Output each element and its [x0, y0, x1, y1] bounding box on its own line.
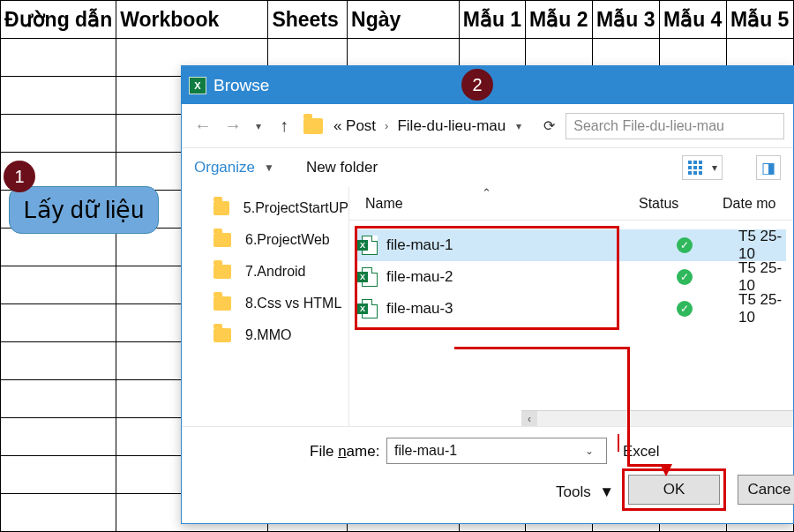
header-mau1[interactable]: Mẫu 1 [459, 1, 525, 39]
browse-dialog: X Browse ← → ▾ ↑ « Post › File-du-lieu-m… [181, 65, 794, 524]
step-badge-2: 2 [461, 69, 493, 101]
arrow-head-icon [660, 464, 672, 476]
header-mau2[interactable]: Mẫu 2 [526, 1, 593, 39]
get-data-callout[interactable]: Lấy dữ liệu [9, 186, 159, 234]
view-mode-button[interactable]: ▾ [682, 155, 723, 180]
back-button[interactable]: ← [191, 114, 215, 139]
annotation-arrow [627, 347, 630, 465]
file-list[interactable]: file-mau-1 ✓ T5 25-10 file-mau-2 ✓ T5 25… [349, 221, 793, 333]
chevron-down-icon: ▾ [712, 161, 717, 174]
folder-icon [303, 118, 323, 134]
get-data-label: Lấy dữ liệu [24, 196, 145, 224]
new-folder-button[interactable]: New folder [306, 159, 378, 176]
main-pane: 5.ProjectStartUP 6.ProjectWeb 7.Android … [182, 187, 793, 426]
filename-label: File name: [310, 443, 379, 461]
sync-status: ✓ [642, 237, 726, 253]
file-date: T5 25-10 [726, 228, 786, 263]
forward-button: → [221, 114, 245, 139]
organize-menu[interactable]: Organize ▼ [194, 159, 280, 176]
folder-icon [213, 328, 231, 342]
up-button[interactable]: ↑ [272, 114, 296, 139]
file-name: file-mau-2 [386, 268, 642, 286]
preview-pane-button[interactable]: ◨ [756, 155, 781, 180]
filename-input[interactable]: file-mau-1 ⌄ [386, 438, 607, 464]
tree-label: 5.ProjectStartUP [243, 200, 348, 216]
tree-label: 7.Android [245, 264, 306, 280]
header-sheets[interactable]: Sheets [268, 1, 348, 39]
file-row[interactable]: file-mau-2 ✓ T5 25-10 [356, 261, 786, 293]
ok-label: OK [663, 481, 685, 498]
col-name[interactable]: Name [365, 196, 639, 212]
organize-row: Organize ▼ New folder ▾ ◨ [182, 148, 793, 187]
crumb-parent[interactable]: « Post [333, 117, 376, 135]
ok-button[interactable]: OK [628, 475, 720, 505]
chevron-down-icon: ▼ [264, 161, 274, 174]
dialog-title: Browse [213, 76, 269, 95]
cancel-button[interactable]: Cance [738, 475, 794, 505]
tree-item[interactable]: 8.Css vs HTML [182, 288, 348, 319]
check-icon: ✓ [677, 237, 693, 253]
breadcrumb[interactable]: « Post › File-du-lieu-mau [333, 117, 506, 135]
file-date: T5 25-10 [726, 259, 786, 295]
filename-value: file-mau-1 [394, 443, 457, 459]
chevron-down-icon[interactable]: ⌄ [585, 445, 594, 457]
step-badge-1: 1 [4, 161, 35, 192]
header-mau5[interactable]: Mẫu 5 [726, 1, 793, 39]
search-input[interactable]: Search File-du-lieu-mau [566, 113, 784, 139]
nav-row: ← → ▾ ↑ « Post › File-du-lieu-mau ▾ ⟳ Se… [182, 104, 793, 148]
cancel-label: Cance [747, 481, 790, 498]
file-header[interactable]: Name Status Date mo [349, 187, 793, 221]
folder-tree[interactable]: 5.ProjectStartUP 6.ProjectWeb 7.Android … [182, 187, 349, 426]
folder-icon [213, 296, 231, 311]
grid-icon [688, 161, 702, 175]
file-date: T5 25-10 [726, 291, 786, 326]
header-ngay[interactable]: Ngày [348, 1, 460, 39]
organize-label: Organize [194, 159, 255, 176]
tree-item[interactable]: 5.ProjectStartUP [182, 192, 348, 224]
tree-label: 6.ProjectWeb [245, 232, 330, 248]
tree-label: 8.Css vs HTML [245, 296, 341, 311]
excel-app-icon: X [189, 77, 206, 94]
tools-menu[interactable]: Tools ▼ [556, 483, 614, 501]
folder-icon [213, 201, 229, 215]
sync-status: ✓ [642, 301, 726, 317]
history-dropdown[interactable]: ▾ [256, 120, 261, 132]
annotation-line [618, 434, 619, 452]
header-duongdan[interactable]: Đường dẫn [1, 1, 116, 39]
check-icon: ✓ [677, 269, 693, 285]
excel-file-icon [362, 267, 378, 287]
header-workbook[interactable]: Workbook [116, 1, 268, 39]
chevron-right-icon: › [385, 119, 388, 132]
tree-item[interactable]: 7.Android [182, 256, 348, 288]
sync-status: ✓ [642, 269, 726, 285]
check-icon: ✓ [677, 301, 693, 317]
file-list-pane: ⌃ Name Status Date mo file-mau-1 ✓ T5 25… [349, 187, 793, 426]
tree-label: 9.MMO [245, 327, 291, 343]
folder-icon [213, 233, 231, 247]
file-row[interactable]: file-mau-1 ✓ T5 25-10 [356, 229, 786, 261]
file-name: file-mau-1 [386, 236, 642, 254]
crumb-current[interactable]: File-du-lieu-mau [397, 117, 506, 135]
header-mau4[interactable]: Mẫu 4 [660, 1, 727, 39]
excel-file-icon [362, 299, 378, 318]
search-placeholder: Search File-du-lieu-mau [573, 118, 724, 134]
file-row[interactable]: file-mau-3 ✓ T5 25-10 [356, 293, 786, 325]
annotation-arrow [454, 347, 629, 349]
path-dropdown[interactable]: ▾ [516, 120, 521, 132]
excel-file-icon [362, 236, 378, 255]
refresh-button[interactable]: ⟳ [537, 115, 560, 138]
folder-icon [213, 265, 231, 279]
col-date[interactable]: Date mo [723, 196, 793, 212]
dialog-footer: File name: file-mau-1 ⌄ Excel Tools ▼ OK… [182, 426, 793, 523]
scroll-left-icon[interactable]: ‹ [521, 411, 537, 427]
header-mau3[interactable]: Mẫu 3 [593, 1, 660, 39]
tools-label: Tools [556, 483, 591, 500]
tree-item[interactable]: 9.MMO [182, 319, 348, 351]
col-status[interactable]: Status [639, 196, 723, 212]
file-name: file-mau-3 [386, 300, 642, 318]
tree-item[interactable]: 6.ProjectWeb [182, 224, 348, 256]
horizontal-scrollbar[interactable]: ‹ [521, 410, 793, 426]
